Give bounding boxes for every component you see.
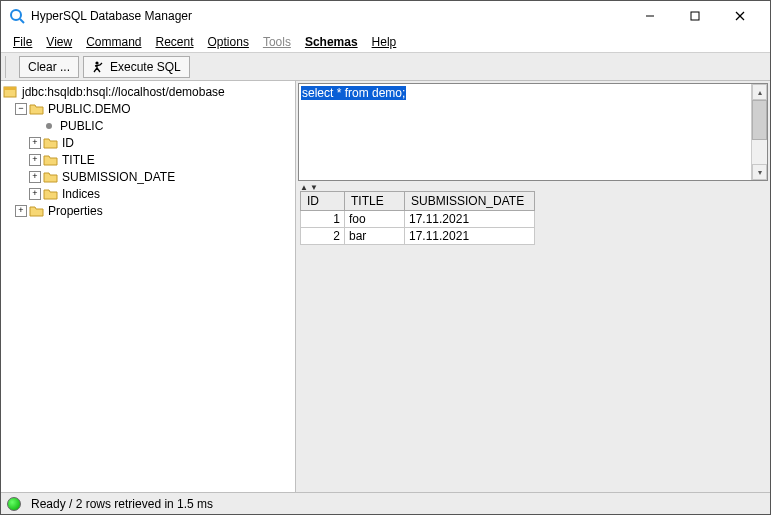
menu-command[interactable]: Command xyxy=(80,33,147,51)
col-header-title[interactable]: TITLE xyxy=(345,192,405,211)
col-header-date[interactable]: SUBMISSION_DATE xyxy=(405,192,535,211)
svg-point-6 xyxy=(95,61,98,64)
folder-icon xyxy=(29,101,45,117)
tree-properties-label: Properties xyxy=(48,204,103,218)
expand-icon[interactable]: + xyxy=(29,154,41,166)
table-row[interactable]: 2 bar 17.11.2021 xyxy=(301,228,535,245)
maximize-button[interactable] xyxy=(672,2,717,30)
schema-tree-pane: jdbc:hsqldb:hsql://localhost/demobase − … xyxy=(1,81,296,492)
folder-icon xyxy=(43,169,59,185)
results-pane: ID TITLE SUBMISSION_DATE 1 foo 17.11.202… xyxy=(298,191,768,490)
menu-bar: File View Command Recent Options Tools S… xyxy=(1,31,770,53)
tree-properties[interactable]: + Properties xyxy=(1,202,295,219)
main-area: jdbc:hsqldb:hsql://localhost/demobase − … xyxy=(1,81,770,492)
cell-title: bar xyxy=(345,228,405,245)
tree-root[interactable]: jdbc:hsqldb:hsql://localhost/demobase xyxy=(1,83,295,100)
tree-col-title-label: TITLE xyxy=(62,153,95,167)
folder-icon xyxy=(43,186,59,202)
folder-icon xyxy=(29,203,45,219)
close-button[interactable] xyxy=(717,2,762,30)
tree-col-id[interactable]: + ID xyxy=(1,134,295,151)
svg-point-0 xyxy=(11,10,21,20)
svg-point-9 xyxy=(46,123,52,129)
tree-public-label: PUBLIC xyxy=(60,119,103,133)
status-text: Ready / 2 rows retrieved in 1.5 ms xyxy=(31,497,213,511)
menu-view[interactable]: View xyxy=(40,33,78,51)
menu-tools: Tools xyxy=(257,33,297,51)
collapse-icon[interactable]: − xyxy=(15,103,27,115)
app-icon xyxy=(9,8,25,24)
menu-help[interactable]: Help xyxy=(366,33,403,51)
table-row[interactable]: 1 foo 17.11.2021 xyxy=(301,211,535,228)
tree-schema-label: PUBLIC.DEMO xyxy=(48,102,131,116)
menu-recent[interactable]: Recent xyxy=(150,33,200,51)
tree-col-id-label: ID xyxy=(62,136,74,150)
cell-date: 17.11.2021 xyxy=(405,228,535,245)
expand-icon[interactable]: + xyxy=(29,188,41,200)
sql-scrollbar[interactable]: ▴ ▾ xyxy=(751,84,767,180)
status-light-icon xyxy=(7,497,21,511)
scroll-thumb[interactable] xyxy=(752,100,767,140)
tree-col-title[interactable]: + TITLE xyxy=(1,151,295,168)
scroll-up-icon[interactable]: ▴ xyxy=(752,84,767,100)
svg-line-1 xyxy=(20,19,24,23)
title-bar: HyperSQL Database Manager xyxy=(1,1,770,31)
toolbar: Clear ... Execute SQL xyxy=(1,53,770,81)
cell-title: foo xyxy=(345,211,405,228)
tree-indices[interactable]: + Indices xyxy=(1,185,295,202)
tree-indices-label: Indices xyxy=(62,187,100,201)
sql-selection: select * from demo; xyxy=(301,86,406,100)
database-icon xyxy=(3,84,19,100)
folder-icon xyxy=(43,135,59,151)
clear-button[interactable]: Clear ... xyxy=(19,56,79,78)
tree-col-date-label: SUBMISSION_DATE xyxy=(62,170,175,184)
execute-sql-button[interactable]: Execute SQL xyxy=(83,56,190,78)
expand-icon[interactable]: + xyxy=(15,205,27,217)
menu-file[interactable]: File xyxy=(7,33,38,51)
cell-date: 17.11.2021 xyxy=(405,211,535,228)
run-icon xyxy=(92,60,106,74)
status-bar: Ready / 2 rows retrieved in 1.5 ms xyxy=(1,492,770,514)
cell-id: 1 xyxy=(301,211,345,228)
dot-icon xyxy=(41,118,57,134)
results-table[interactable]: ID TITLE SUBMISSION_DATE 1 foo 17.11.202… xyxy=(300,191,535,245)
scroll-down-icon[interactable]: ▾ xyxy=(752,164,767,180)
tree-public[interactable]: PUBLIC xyxy=(1,117,295,134)
menu-options[interactable]: Options xyxy=(202,33,255,51)
svg-rect-3 xyxy=(691,12,699,20)
right-pane: select * from demo; ▴ ▾ ▲ ▼ ID TITLE SUB… xyxy=(296,81,770,492)
minimize-button[interactable] xyxy=(627,2,672,30)
window-controls xyxy=(627,2,762,30)
splitter[interactable]: ▲ ▼ xyxy=(296,183,770,191)
execute-button-label: Execute SQL xyxy=(110,60,181,74)
expand-icon[interactable]: + xyxy=(29,171,41,183)
cell-id: 2 xyxy=(301,228,345,245)
window-title: HyperSQL Database Manager xyxy=(31,9,627,23)
expand-icon[interactable]: + xyxy=(29,137,41,149)
table-header-row: ID TITLE SUBMISSION_DATE xyxy=(301,192,535,211)
clear-button-label: Clear ... xyxy=(28,60,70,74)
sql-editor[interactable]: select * from demo; ▴ ▾ xyxy=(298,83,768,181)
tree-schema[interactable]: − PUBLIC.DEMO xyxy=(1,100,295,117)
folder-icon xyxy=(43,152,59,168)
col-header-id[interactable]: ID xyxy=(301,192,345,211)
tree-col-date[interactable]: + SUBMISSION_DATE xyxy=(1,168,295,185)
tree-root-label: jdbc:hsqldb:hsql://localhost/demobase xyxy=(22,85,225,99)
menu-schemas[interactable]: Schemas xyxy=(299,33,364,51)
schema-tree[interactable]: jdbc:hsqldb:hsql://localhost/demobase − … xyxy=(1,81,295,492)
sql-text[interactable]: select * from demo; xyxy=(299,84,751,180)
svg-rect-8 xyxy=(4,87,16,90)
toolbar-separator xyxy=(5,56,13,78)
